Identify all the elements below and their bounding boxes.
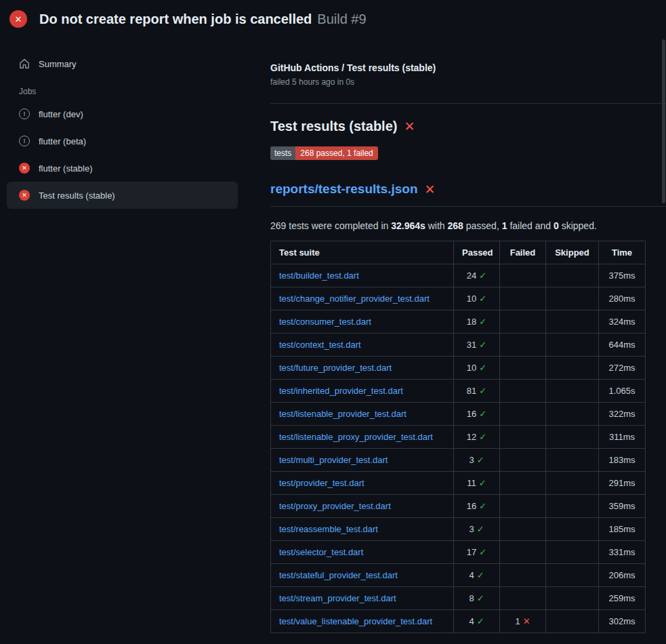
column-header-test-suite: Test suite <box>271 241 454 264</box>
sidebar-job-flutter-stable[interactable]: ✕ flutter (stable) <box>7 155 238 182</box>
sidebar: Summary Jobs ! flutter (dev) ! flutter (… <box>0 38 254 209</box>
summary-duration: 32.964s <box>391 220 425 231</box>
test-time: 359ms <box>599 495 646 518</box>
job-label: flutter (dev) <box>39 109 83 119</box>
sidebar-job-flutter-beta[interactable]: ! flutter (beta) <box>7 127 238 155</box>
build-header: ✕ Do not create report when job is cance… <box>0 0 666 38</box>
passed-count: 24 <box>467 270 476 281</box>
test-time: 280ms <box>599 287 646 310</box>
passed-count: 10 <box>467 363 476 373</box>
check-icon: ✓ <box>477 593 484 603</box>
alert-circle-icon: ! <box>19 136 30 146</box>
failed-x-icon: ✕ <box>425 183 436 196</box>
check-icon: ✓ <box>477 616 484 626</box>
test-suite-link[interactable]: test/builder_test.dart <box>279 270 359 281</box>
test-suite-link[interactable]: test/stateful_provider_test.dart <box>279 570 398 580</box>
test-time: 183ms <box>599 449 646 472</box>
test-time: 259ms <box>599 587 646 610</box>
test-suite-link[interactable]: test/selector_test.dart <box>279 547 363 557</box>
table-row: test/context_test.dart 31✓ 644ms <box>271 334 646 357</box>
x-circle-icon: ✕ <box>19 190 30 201</box>
badge-value: 268 passed, 1 failed <box>295 146 377 160</box>
test-suite-link[interactable]: test/multi_provider_test.dart <box>279 455 388 465</box>
summary-skipped-count: 0 <box>554 220 559 231</box>
test-time: 185ms <box>599 518 646 541</box>
passed-count: 16 <box>467 409 476 419</box>
check-icon: ✓ <box>479 432 486 442</box>
passed-count: 16 <box>467 501 476 511</box>
check-icon: ✓ <box>479 270 486 281</box>
test-time: 311ms <box>599 426 646 449</box>
test-time: 302ms <box>599 610 646 633</box>
test-suite-link[interactable]: test/inherited_provider_test.dart <box>279 386 403 396</box>
test-time: 331ms <box>599 541 646 564</box>
passed-count: 31 <box>467 340 476 350</box>
table-row: test/provider_test.dart 11✓ 291ms <box>271 472 646 495</box>
passed-count: 4 <box>469 570 474 580</box>
test-time: 291ms <box>599 472 646 495</box>
table-row: test/change_notifier_provider_test.dart … <box>271 287 646 310</box>
test-suite-link[interactable]: test/change_notifier_provider_test.dart <box>279 294 430 304</box>
summary-passed-count: 268 <box>448 220 463 231</box>
check-icon: ✓ <box>479 547 486 557</box>
test-suite-link[interactable]: test/provider_test.dart <box>279 478 365 488</box>
x-circle-icon: ✕ <box>19 163 30 174</box>
test-suite-link[interactable]: test/listenable_proxy_provider_test.dart <box>279 432 433 442</box>
column-header-failed: Failed <box>500 241 546 264</box>
summary-text: skipped. <box>559 220 597 231</box>
table-header-row: Test suite Passed Failed Skipped Time <box>271 241 646 264</box>
test-suite-link[interactable]: test/listenable_provider_test.dart <box>279 409 407 419</box>
test-suite-link[interactable]: test/future_provider_test.dart <box>279 363 392 373</box>
sidebar-job-test-results-stable[interactable]: ✕ Test results (stable) <box>7 182 238 209</box>
jobs-list: ! flutter (dev) ! flutter (beta) ✕ flutt… <box>0 100 254 209</box>
table-row: test/builder_test.dart 24✓ 375ms <box>271 264 646 287</box>
table-row: test/proxy_provider_test.dart 16✓ 359ms <box>271 495 646 518</box>
failed-count: 1 <box>515 616 520 626</box>
job-label: flutter (beta) <box>39 136 86 146</box>
report-link[interactable]: reports/test-results.json <box>270 182 418 197</box>
section-title-text: Test results (stable) <box>270 119 397 134</box>
table-row: test/stream_provider_test.dart 8✓ 259ms <box>271 587 646 610</box>
summary-line: 269 tests were completed in 32.964s with… <box>270 220 666 231</box>
test-suite-link[interactable]: test/consumer_test.dart <box>279 317 371 327</box>
sidebar-summary-label: Summary <box>39 59 77 69</box>
table-row: test/consumer_test.dart 18✓ 324ms <box>271 310 646 334</box>
check-icon: ✓ <box>479 340 486 350</box>
column-header-time: Time <box>599 241 646 264</box>
column-header-skipped: Skipped <box>546 241 599 264</box>
build-failed-icon: ✕ <box>9 10 27 28</box>
section-title: Test results (stable) ✕ <box>270 119 666 134</box>
test-suite-link[interactable]: test/stream_provider_test.dart <box>279 593 396 603</box>
table-row: test/inherited_provider_test.dart 81✓ 1.… <box>271 380 646 403</box>
table-row: test/value_listenable_provider_test.dart… <box>271 610 646 633</box>
sidebar-item-summary[interactable]: Summary <box>7 50 238 77</box>
test-suite-link[interactable]: test/context_test.dart <box>279 340 361 350</box>
test-suite-link[interactable]: test/value_listenable_provider_test.dart <box>279 616 432 626</box>
jobs-section-label: Jobs <box>19 87 254 96</box>
test-time: 1.065s <box>599 380 646 403</box>
passed-count: 17 <box>467 547 476 557</box>
test-time: 272ms <box>599 357 646 380</box>
summary-text: 269 tests were completed in <box>270 220 391 231</box>
passed-count: 4 <box>469 616 474 626</box>
report-title: reports/test-results.json ✕ <box>270 182 666 197</box>
job-label: flutter (stable) <box>39 163 92 174</box>
divider <box>270 103 666 104</box>
alert-circle-icon: ! <box>19 108 30 119</box>
check-icon: ✓ <box>479 501 486 511</box>
table-row: test/stateful_provider_test.dart 4✓ 206m… <box>271 564 646 587</box>
test-suite-link[interactable]: test/reassemble_test.dart <box>279 524 378 534</box>
scrollbar-thumb[interactable] <box>662 39 665 203</box>
sidebar-job-flutter-dev[interactable]: ! flutter (dev) <box>7 100 238 127</box>
table-row: test/reassemble_test.dart 3✓ 185ms <box>271 518 646 541</box>
test-time: 322ms <box>599 403 646 426</box>
badge-label: tests <box>270 146 295 160</box>
test-suite-link[interactable]: test/proxy_provider_test.dart <box>279 501 391 511</box>
passed-count: 8 <box>469 593 474 603</box>
run-status-line: failed 5 hours ago in 0s <box>270 77 666 87</box>
summary-text: passed, <box>463 220 502 231</box>
main-content: GitHub Actions / Test results (stable) f… <box>270 38 666 633</box>
build-number: Build #9 <box>317 12 366 27</box>
check-icon: ✓ <box>477 455 484 465</box>
test-time: 206ms <box>599 564 646 587</box>
